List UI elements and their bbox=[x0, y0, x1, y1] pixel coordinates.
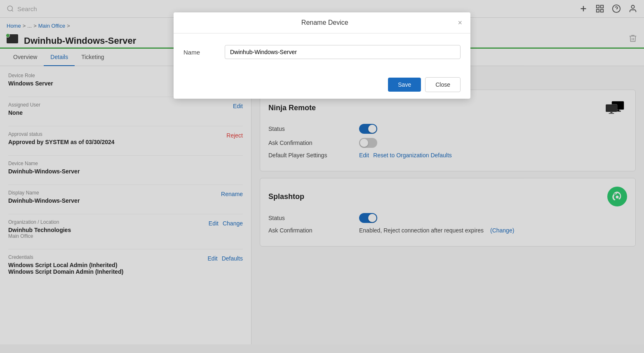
modal-header: Rename Device × bbox=[174, 12, 470, 33]
modal-name-label: Name bbox=[183, 49, 216, 56]
modal-title: Rename Device bbox=[192, 19, 458, 26]
modal-name-input[interactable] bbox=[225, 45, 461, 59]
modal-overlay: Rename Device × Name Save Close bbox=[0, 0, 644, 344]
modal-body: Name bbox=[174, 33, 470, 71]
modal-name-field: Name bbox=[183, 45, 461, 59]
modal-close-button[interactable]: Close bbox=[425, 77, 461, 92]
modal-footer: Save Close bbox=[174, 71, 470, 99]
modal-close-x-button[interactable]: × bbox=[458, 19, 462, 26]
modal-save-button[interactable]: Save bbox=[388, 78, 421, 92]
rename-device-modal: Rename Device × Name Save Close bbox=[174, 12, 470, 99]
